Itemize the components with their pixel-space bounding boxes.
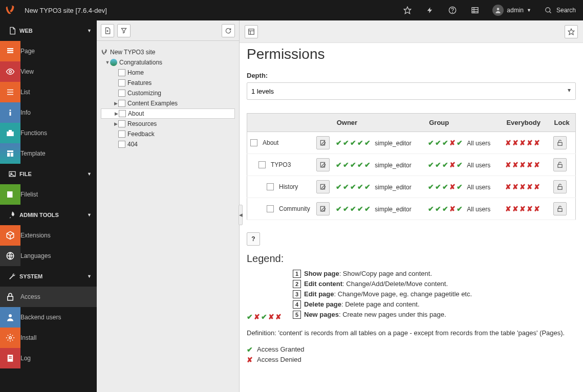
sidebar-item-page[interactable]: Page (0, 41, 97, 61)
svg-rect-20 (9, 130, 12, 132)
page-name-cell[interactable]: History (250, 183, 310, 190)
sidebar-item-log[interactable]: Log (0, 348, 97, 368)
svg-rect-18 (10, 112, 11, 116)
group-cell[interactable]: ✔✔✔✘✔ All users (425, 176, 502, 198)
page-icon (258, 161, 266, 168)
svg-point-31 (9, 314, 12, 317)
tree-item[interactable]: Home (101, 68, 235, 78)
section-web[interactable]: WEB ▼ (0, 20, 97, 41)
legend-title: Legend: (247, 253, 576, 265)
edit-permissions-button[interactable] (316, 136, 330, 149)
legend-number: 5 (293, 311, 301, 319)
star-icon[interactable] (396, 0, 419, 20)
sidebar-item-template[interactable]: Template (0, 143, 97, 164)
typo3-logo[interactable] (0, 0, 20, 20)
sidebar-item-access[interactable]: Access (0, 287, 97, 307)
tree-toolbar (97, 20, 239, 41)
refresh-button[interactable] (222, 24, 235, 37)
permissions-table: Owner Group Everybody Lock About✔✔✔✔✔ si… (247, 113, 576, 220)
tree-item[interactable]: Feedback (101, 129, 235, 139)
bookmark-button[interactable] (565, 25, 578, 38)
module-menu-button[interactable] (245, 25, 258, 38)
module-sidebar: WEB ▼ Page View List Info Functions Temp… (0, 20, 97, 392)
everybody-cell[interactable]: ✘✘✘✘✘ (502, 176, 550, 198)
list-icon[interactable] (464, 0, 486, 20)
depth-select[interactable]: 1 levels (247, 82, 576, 100)
bolt-icon[interactable] (419, 0, 441, 20)
edit-permissions-button[interactable] (316, 180, 330, 193)
page-name-cell[interactable]: TYPO3 (250, 161, 310, 168)
tree-item[interactable]: 404 (101, 139, 235, 149)
user-menu[interactable]: admin ▼ (486, 0, 537, 20)
tree-item[interactable]: ▶Content Examples (101, 98, 235, 108)
svg-marker-39 (568, 29, 574, 35)
sidebar-item-list[interactable]: List (0, 82, 97, 102)
page-title: Permissions (247, 46, 576, 62)
group-cell[interactable]: ✔✔✔✘✔ All users (425, 154, 502, 176)
table-row: TYPO3✔✔✔✔✔ simple_editor✔✔✔✘✔ All users✘… (247, 154, 576, 176)
svg-rect-21 (7, 150, 13, 152)
document-icon (5, 27, 19, 35)
tree-item[interactable]: ▼Congratulations (101, 57, 235, 68)
owner-cell[interactable]: ✔✔✔✔✔ simple_editor (333, 198, 425, 220)
svg-rect-15 (7, 92, 13, 93)
section-system[interactable]: SYSTEM ▼ (0, 266, 97, 287)
new-page-button[interactable] (101, 24, 114, 37)
tree-item[interactable]: ▶Resources (101, 119, 235, 129)
owner-cell[interactable]: ✔✔✔✔✔ simple_editor (333, 176, 425, 198)
help-icon[interactable] (441, 0, 464, 20)
group-cell[interactable]: ✔✔✔✘✔ All users (425, 198, 502, 220)
owner-cell[interactable]: ✔✔✔✔✔ simple_editor (333, 154, 425, 176)
svg-rect-43 (557, 164, 562, 167)
page-name-cell[interactable]: Community (250, 205, 310, 212)
wrench-icon (5, 272, 19, 280)
group-cell[interactable]: ✔✔✔✘✔ All users (425, 132, 502, 154)
edit-permissions-button[interactable] (316, 202, 330, 215)
tree-item-selected[interactable]: ▶About (101, 108, 235, 119)
th-owner: Owner (333, 114, 425, 132)
sidebar-item-filelist[interactable]: Filelist (0, 184, 97, 205)
tree-item[interactable]: Customizing (101, 88, 235, 98)
sidebar-item-functions[interactable]: Functions (0, 123, 97, 143)
everybody-cell[interactable]: ✘✘✘✘✘ (502, 198, 550, 220)
legend-number: 3 (293, 290, 301, 298)
box-icon (0, 225, 20, 246)
tree-root[interactable]: New TYPO3 site (101, 47, 235, 57)
search-button[interactable]: Search (537, 0, 583, 20)
sidebar-item-extensions[interactable]: Extensions (0, 225, 97, 246)
page-icon (250, 139, 257, 146)
everybody-cell[interactable]: ✘✘✘✘✘ (502, 154, 550, 176)
filter-button[interactable] (117, 24, 131, 37)
everybody-cell[interactable]: ✘✘✘✘✘ (502, 132, 550, 154)
svg-rect-34 (9, 356, 12, 357)
owner-cell[interactable]: ✔✔✔✔✔ simple_editor (333, 132, 425, 154)
section-admin[interactable]: ADMIN TOOLS ▼ (0, 205, 97, 225)
svg-line-9 (549, 11, 551, 13)
table-row: About✔✔✔✔✔ simple_editor✔✔✔✘✔ All users✘… (247, 132, 576, 154)
chevron-down-icon: ▼ (527, 8, 531, 13)
search-icon (545, 7, 552, 14)
tree-item[interactable]: Features (101, 78, 235, 88)
page-name-cell[interactable]: About (250, 139, 310, 146)
lock-button[interactable] (553, 180, 567, 193)
sidebar-item-install[interactable]: Install (0, 328, 97, 348)
sidebar-item-languages[interactable]: Languages (0, 246, 97, 266)
svg-rect-28 (8, 194, 11, 195)
section-file[interactable]: FILE ▼ (0, 164, 97, 184)
help-button[interactable]: ? (247, 232, 260, 246)
lock-button[interactable] (553, 136, 567, 149)
page-icon (118, 141, 125, 148)
sidebar-item-view[interactable]: View (0, 61, 97, 82)
collapse-tree-button[interactable]: ◀ (239, 205, 243, 225)
edit-permissions-button[interactable] (316, 158, 330, 171)
sidebar-item-backend-users[interactable]: Backend users (0, 307, 97, 328)
chevron-down-icon: ▼ (87, 212, 92, 217)
svg-rect-10 (7, 48, 13, 49)
sidebar-item-info[interactable]: Info (0, 102, 97, 123)
lock-button[interactable] (553, 202, 567, 215)
table-row: Community✔✔✔✔✔ simple_editor✔✔✔✘✔ All us… (247, 198, 576, 220)
page-icon (119, 110, 126, 117)
page-icon (118, 130, 125, 138)
svg-rect-22 (7, 153, 10, 157)
lock-button[interactable] (553, 158, 567, 171)
